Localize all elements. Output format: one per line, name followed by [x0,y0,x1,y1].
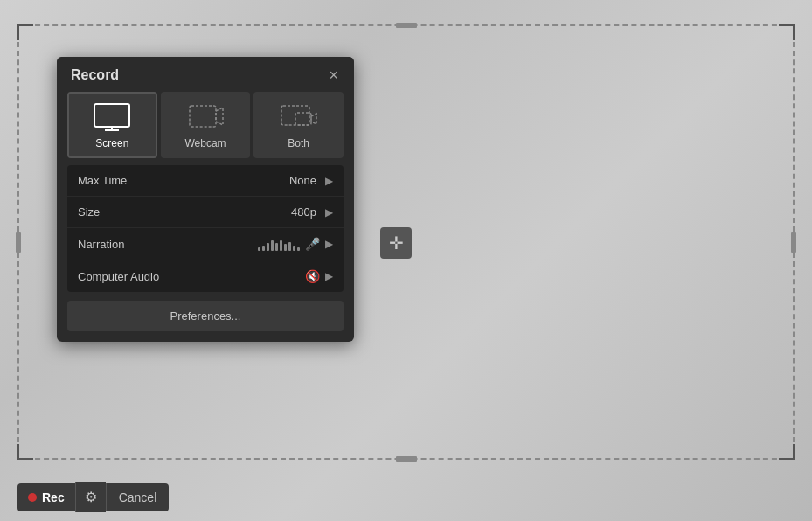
both-icon [280,102,318,132]
source-tab-screen[interactable]: Screen [67,92,157,158]
size-label: Size [78,205,291,219]
settings-area: Max Time None ▶ Size 480p ▶ Narration [67,165,344,292]
computer-audio-label: Computer Audio [78,270,305,283]
vol-bar-6 [280,240,282,251]
vol-bar-1 [258,247,260,251]
source-tab-both-label: Both [288,137,309,149]
vol-bar-4 [271,240,274,251]
narration-arrow: ▶ [325,238,333,250]
setting-row-size[interactable]: Size 480p ▶ [67,197,344,228]
svg-marker-8 [311,114,316,124]
mic-icon: 🎤 [305,237,320,251]
vol-bar-3 [267,243,269,251]
rec-dot [28,493,37,502]
narration-controls: 🎤 ▶ [258,237,333,251]
move-handle[interactable]: ✛ [380,227,412,259]
cancel-button[interactable]: Cancel [106,483,170,511]
vol-bar-10 [297,247,300,251]
max-time-value: None [289,174,316,187]
vol-bar-2 [262,246,265,251]
rec-label: Rec [42,490,65,504]
narration-volume-bars [258,237,300,251]
source-tab-webcam-label: Webcam [184,137,226,149]
corner-handle-bl [17,444,33,460]
dialog-title: Record [71,67,119,83]
size-value: 480p [291,205,316,219]
vol-bar-5 [275,243,278,251]
preferences-button[interactable]: Preferences... [67,301,344,331]
record-dialog: Record × Screen W [57,57,354,342]
rec-button[interactable]: Rec [17,483,75,511]
corner-handle-tl [17,24,33,40]
size-arrow: ▶ [325,206,333,219]
edge-handle-left[interactable] [16,232,21,253]
narration-label: Narration [78,238,258,251]
setting-row-narration[interactable]: Narration 🎤 ▶ [67,228,344,260]
vol-bar-8 [288,242,291,251]
close-button[interactable]: × [327,67,340,83]
dialog-header: Record × [57,57,354,92]
computer-audio-controls: 🔇 ▶ [305,269,333,283]
corner-handle-tr [779,24,795,40]
size-controls: 480p ▶ [291,205,333,219]
corner-handle-br [779,444,795,460]
edge-handle-top[interactable] [396,23,417,28]
move-icon: ✛ [389,234,404,252]
max-time-controls: None ▶ [289,174,333,187]
source-tab-both[interactable]: Both [253,92,344,158]
speaker-muted-icon: 🔇 [305,269,320,283]
svg-rect-4 [190,106,216,127]
setting-row-max-time[interactable]: Max Time None ▶ [67,165,344,197]
max-time-arrow: ▶ [325,175,333,187]
edge-handle-right[interactable] [791,232,796,253]
bottom-toolbar: Rec ⚙ Cancel [17,482,169,512]
computer-audio-arrow: ▶ [325,270,333,282]
screen-icon [93,102,131,132]
gear-icon: ⚙ [85,489,97,505]
source-tabs: Screen Webcam B [67,92,344,158]
svg-rect-0 [94,104,129,127]
setting-row-computer-audio[interactable]: Computer Audio 🔇 ▶ [67,260,344,292]
source-tab-webcam[interactable]: Webcam [161,92,251,158]
vol-bar-7 [284,244,287,251]
edge-handle-bottom[interactable] [396,456,417,462]
settings-button[interactable]: ⚙ [75,482,106,512]
webcam-icon [186,102,225,132]
svg-rect-7 [295,113,311,125]
vol-bar-9 [293,246,295,251]
max-time-label: Max Time [78,174,289,187]
source-tab-screen-label: Screen [95,137,128,149]
svg-marker-5 [216,108,223,125]
